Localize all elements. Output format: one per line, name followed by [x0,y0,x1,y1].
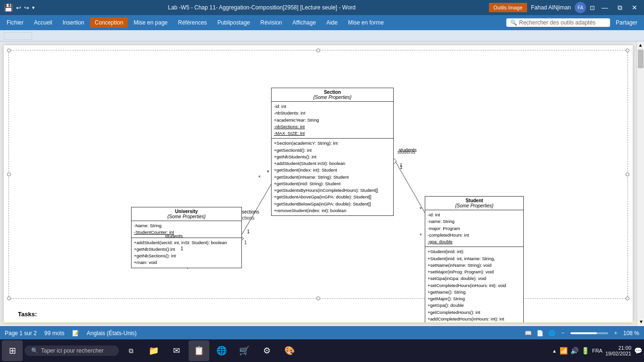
handle-bl[interactable] [7,296,11,300]
attr-row: -gpa: double [428,239,521,245]
connector-label-students-univ: students [165,234,183,239]
menu-accueil[interactable]: Accueil [29,17,57,28]
search-icon: 🔍 [31,347,38,354]
user-name: Fahad AlNjiman [531,4,571,11]
undo-btn[interactable]: ↩ [16,4,21,11]
search-placeholder: Taper ici pour rechercher [41,347,104,354]
attr-row: -id: Int [428,212,521,218]
handle-mr[interactable] [626,173,629,176]
share-button[interactable]: Partager [611,17,642,28]
attr-row: -nbSections: int [274,123,391,130]
handle-tr[interactable] [626,49,629,52]
zoom-in-btn[interactable]: ＋ [613,329,619,337]
method-row: +getMajor(): String [428,296,521,302]
search-box[interactable]: 🔍 Rechercher des outils adaptés [506,18,610,27]
zoom-out-btn[interactable]: － [560,329,566,337]
clock[interactable]: 21:00 19/02/2021 [605,345,631,356]
explorer-btn[interactable]: 📁 [143,340,164,361]
handle-tl[interactable] [7,49,11,52]
network-icon[interactable]: 📶 [560,347,568,354]
read-mode-icon[interactable]: 📖 [525,330,532,337]
method-row: +getStudent(inId: String): Student [274,181,391,187]
web-layout-icon[interactable]: 🌐 [548,330,555,337]
menu-mise-en-page[interactable]: Mise en page [129,17,172,28]
menu-insertion[interactable]: Insertion [58,17,89,28]
ribbon-display-btn[interactable]: ⊡ [590,4,595,11]
scroll-thumb[interactable] [638,49,644,68]
statusbar-right: 📖 📄 🌐 － ＋ 108 % [525,329,639,337]
handle-tm[interactable] [316,49,320,52]
notifications-btn[interactable]: 💬 [634,347,642,354]
method-row: +getCompletedHours(): int [428,309,521,316]
zoom-slider[interactable] [570,332,608,334]
university-attributes: -Name: String -StudentCounter: int [132,221,241,238]
paint-btn[interactable]: 🎨 [279,340,300,361]
minimize-btn[interactable]: — [599,3,611,12]
volume-icon[interactable]: 🔊 [570,347,578,354]
attr-row: -Name: String [134,222,239,229]
edge-btn[interactable]: 🌐 [211,340,232,361]
windows-icon: ⊞ [9,346,16,356]
attr-row: -name: String [428,218,521,225]
menu-aide[interactable]: Aide [322,17,342,28]
store-btn[interactable]: 🛒 [234,340,255,361]
method-row: +getStudent(inName: String): Student [274,174,391,181]
menu-publipostage[interactable]: Publipostage [213,17,255,28]
menubar: Fichier Accueil Insertion Conception Mis… [0,15,644,30]
settings-btn[interactable]: ⚙ [256,340,277,361]
method-row: +setName(inName: String): void [428,262,521,269]
method-row: +getStudentBelowGpa(inGPA: double): Stud… [274,201,391,207]
university-class: University {Some Properties} -Name: Stri… [131,207,242,268]
time: 21:00 [605,345,631,351]
track-changes-icon[interactable]: 📝 [72,330,79,337]
menu-revision[interactable]: Révision [256,17,287,28]
date: 19/02/2021 [605,351,631,356]
start-button[interactable]: ⊞ [2,340,23,361]
redo-btn[interactable]: ↪ [24,4,29,11]
menu-conception[interactable]: Conception [90,17,128,28]
university-header: University {Some Properties} [132,207,241,221]
scroll-up-btn[interactable]: ▲ [637,41,644,49]
search-label: Rechercher des outils adaptés [519,19,595,26]
menu-affichage[interactable]: Affichage [288,17,321,28]
scrollbar-right[interactable]: ▲ ▼ [636,41,644,326]
menu-fichier[interactable]: Fichier [2,17,28,28]
method-row: +addStudent(Student inSt): boolean [274,160,391,167]
titlebar-left: 💾 ↩ ↪ ▾ [4,3,35,12]
university-class-name: University [134,209,239,214]
handle-ml[interactable] [7,173,11,176]
method-row: +setMajor(inProg: Program): void [428,269,521,275]
menu-mise-en-forme[interactable]: Mise en forme [343,17,388,28]
attr-row: -MAX_SIZE: int [274,130,391,137]
handle-bm[interactable] [316,296,320,300]
attr-row: -completedHours: int [428,232,521,239]
method-row: +setCompletedHours(inHours: int): void [428,282,521,289]
close-btn[interactable]: ✕ [629,3,640,12]
search-icon: 🔍 [510,19,517,26]
hidden-icons-btn[interactable]: ▲ [552,348,557,354]
restore-btn[interactable]: ⧉ [615,3,625,13]
section-header: Section {Some Properties} [272,88,393,102]
connector-mult-1a: 1 [247,229,250,234]
mail-btn[interactable]: ✉ [166,340,187,361]
menu-references[interactable]: Références [173,17,212,28]
taskbar-search[interactable]: 🔍 Taper ici pour rechercher [25,346,119,356]
language[interactable]: Anglais (États-Unis) [87,330,137,337]
titlebar-right: Outils Image Fahad AlNjiman FA ⊡ — ⧉ ✕ [489,2,640,13]
scroll-down-btn[interactable]: ▼ [638,318,643,325]
task-view-btn[interactable]: ⧉ [121,340,141,361]
method-row: +addCompletedHours(inHours: int): int [428,316,521,322]
print-layout-icon[interactable]: 📄 [537,330,544,337]
zoom-level: 108 % [623,330,639,337]
handle-br[interactable] [626,296,629,300]
student-class-name: Student [428,198,521,203]
connector-mult-1b: 1 [181,246,183,251]
method-row: +getName(): String [428,289,521,296]
word-taskbar-btn[interactable]: 📋 [189,340,209,361]
language-indicator[interactable]: FRA [592,348,603,354]
method-row: +getNbSections(): int [134,253,239,259]
section-stereotype: {Some Properties} [274,95,391,100]
word-count: 99 mots [44,330,65,337]
method-row: +getSectionId(): int [274,147,391,154]
connector-label-students: students [399,148,417,153]
